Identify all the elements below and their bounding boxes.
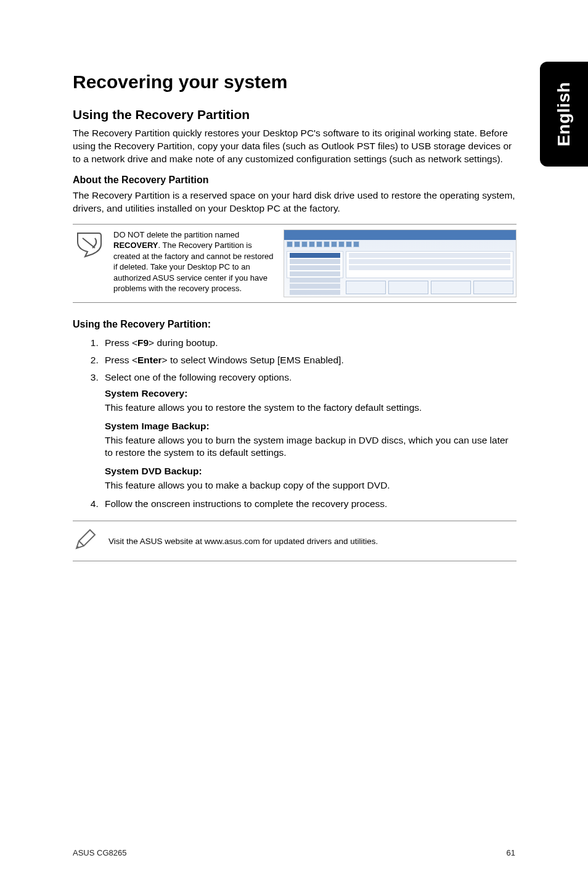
step-1-post: > during bootup. [149, 337, 218, 348]
step-1-key: F9 [137, 337, 149, 348]
page-title: Recovering your system [73, 72, 517, 93]
steps-list: Press <F9> during bootup. Press <Enter> … [73, 337, 517, 510]
step-2-key: Enter [137, 355, 162, 365]
option-heading-system-recovery: System Recovery: [105, 388, 517, 399]
option-body-system-recovery: This feature allows you to restore the s… [105, 402, 517, 415]
step-3: Select one of the following recovery opt… [101, 372, 517, 493]
page-content: Recovering your system Using the Recover… [73, 72, 517, 561]
step-2-post: > to select Windows Setup [EMS Enabled]. [162, 355, 344, 365]
step-1-pre: Press < [105, 337, 137, 348]
option-heading-image-backup: System Image Backup: [105, 421, 517, 432]
step-3-text: Select one of the following recovery opt… [105, 372, 292, 382]
section-body-recovery-partition: The Recovery Partition quickly restores … [73, 127, 517, 166]
section-heading-recovery-partition: Using the Recovery Partition [73, 107, 517, 122]
option-heading-dvd-backup: System DVD Backup: [105, 466, 517, 477]
warning-text: DO NOT delete the partition named RECOVE… [113, 229, 274, 294]
footer-model: ASUS CG8265 [73, 848, 126, 857]
section-body-about: The Recovery Partition is a reserved spa… [73, 189, 517, 215]
page-footer: ASUS CG8265 61 [73, 844, 515, 857]
step-2: Press <Enter> to select Windows Setup [E… [101, 355, 517, 366]
step-2-pre: Press < [105, 355, 137, 365]
option-body-dvd-backup: This feature allows you to make a backup… [105, 479, 517, 492]
info-note: Visit the ASUS website at www.asus.com f… [73, 521, 517, 561]
info-note-text: Visit the ASUS website at www.asus.com f… [108, 537, 378, 546]
step-4: Follow the onscreen instructions to comp… [101, 498, 517, 510]
section-heading-using: Using the Recovery Partition: [73, 319, 517, 330]
language-tab-label: English [554, 82, 574, 147]
warning-callout: DO NOT delete the partition named RECOVE… [73, 224, 517, 303]
step-1: Press <F9> during bootup. [101, 337, 517, 349]
warning-text-prefix: DO NOT delete the partition named [113, 230, 239, 239]
step-4-text: Follow the onscreen instructions to comp… [105, 498, 387, 509]
pencil-icon [73, 527, 97, 555]
option-body-image-backup: This feature allows you to burn the syst… [105, 434, 517, 460]
section-heading-about: About the Recovery Partition [73, 175, 517, 186]
language-tab: English [540, 62, 588, 167]
warning-text-strong: RECOVERY [113, 241, 158, 250]
warning-icon [73, 229, 104, 258]
footer-page-number: 61 [507, 848, 515, 857]
disk-management-screenshot [284, 229, 517, 297]
